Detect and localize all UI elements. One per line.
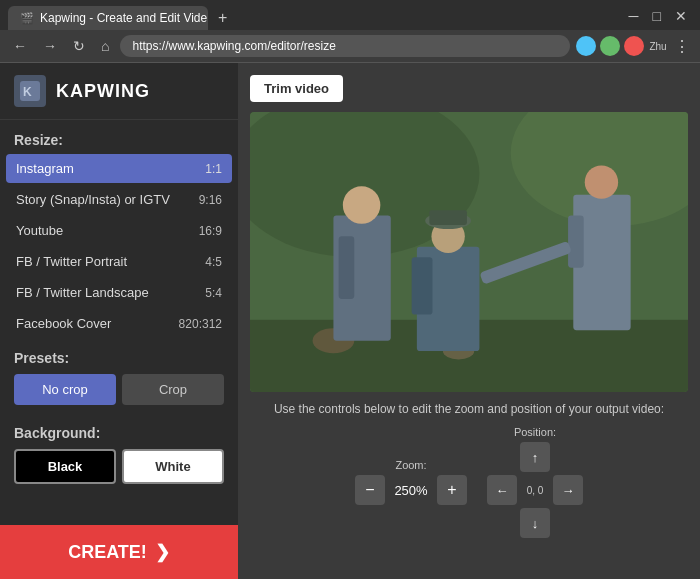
zoom-label: Zoom: bbox=[395, 459, 426, 471]
resize-item-ratio: 16:9 bbox=[199, 224, 222, 238]
resize-item-facebook-cover[interactable]: Facebook Cover 820:312 bbox=[6, 309, 232, 338]
resize-item-label: FB / Twitter Portrait bbox=[16, 254, 127, 269]
position-down-button[interactable]: ↓ bbox=[520, 508, 550, 538]
profile-icon[interactable] bbox=[624, 36, 644, 56]
resize-item-ratio: 9:16 bbox=[199, 193, 222, 207]
position-label: Position: bbox=[514, 426, 556, 438]
video-preview bbox=[250, 112, 688, 392]
zoom-value: 250% bbox=[391, 483, 431, 498]
resize-list: Instagram 1:1 Story (Snap/Insta) or IGTV… bbox=[0, 154, 238, 340]
resize-item-ratio: 820:312 bbox=[179, 317, 222, 331]
resize-item-ratio: 4:5 bbox=[205, 255, 222, 269]
video-scene bbox=[250, 112, 688, 392]
pos-empty-tl bbox=[487, 442, 517, 472]
position-section: Position: ↑ ← 0, 0 → ↓ bbox=[487, 426, 583, 538]
translate-icon[interactable]: Zhu bbox=[648, 36, 668, 56]
zoom-section: Zoom: − 250% + bbox=[355, 459, 467, 505]
tab-bar: 🎬 Kapwing - Create and Edit Vide... ✕ + … bbox=[0, 0, 700, 30]
black-background-button[interactable]: Black bbox=[14, 449, 116, 484]
resize-item-story[interactable]: Story (Snap/Insta) or IGTV 9:16 bbox=[6, 185, 232, 214]
tab-label: Kapwing - Create and Edit Vide... bbox=[40, 11, 208, 25]
resize-item-ratio: 1:1 bbox=[205, 162, 222, 176]
app-container: K KAPWING Resize: Instagram 1:1 Story (S… bbox=[0, 63, 700, 579]
resize-item-instagram[interactable]: Instagram 1:1 bbox=[6, 154, 232, 183]
presets-label: Presets: bbox=[14, 350, 224, 366]
resize-item-fb-portrait[interactable]: FB / Twitter Portrait 4:5 bbox=[6, 247, 232, 276]
new-tab-button[interactable]: + bbox=[212, 7, 233, 29]
address-bar[interactable] bbox=[120, 35, 570, 57]
position-left-button[interactable]: ← bbox=[487, 475, 517, 505]
svg-rect-15 bbox=[429, 210, 467, 225]
resize-item-label: Instagram bbox=[16, 161, 74, 176]
position-up-button[interactable]: ↑ bbox=[520, 442, 550, 472]
resize-label: Resize: bbox=[0, 120, 238, 154]
forward-button[interactable]: → bbox=[38, 36, 62, 56]
back-button[interactable]: ← bbox=[8, 36, 32, 56]
download-icon[interactable] bbox=[600, 36, 620, 56]
active-tab[interactable]: 🎬 Kapwing - Create and Edit Vide... ✕ bbox=[8, 6, 208, 30]
zoom-minus-button[interactable]: − bbox=[355, 475, 385, 505]
pos-empty-tr bbox=[553, 442, 583, 472]
background-label: Background: bbox=[14, 425, 224, 441]
main-content: Trim video bbox=[238, 63, 700, 579]
svg-point-9 bbox=[343, 186, 381, 224]
svg-rect-10 bbox=[339, 236, 355, 299]
position-right-button[interactable]: → bbox=[553, 475, 583, 505]
nav-bar: ← → ↻ ⌂ Zhu ⋮ bbox=[0, 30, 700, 62]
background-section: Background: Black White bbox=[0, 415, 238, 494]
white-background-button[interactable]: White bbox=[122, 449, 224, 484]
sidebar: K KAPWING Resize: Instagram 1:1 Story (S… bbox=[0, 63, 238, 579]
resize-item-fb-landscape[interactable]: FB / Twitter Landscape 5:4 bbox=[6, 278, 232, 307]
maximize-button[interactable]: □ bbox=[648, 6, 666, 26]
minimize-button[interactable]: ─ bbox=[624, 6, 644, 26]
browser-chrome: 🎬 Kapwing - Create and Edit Vide... ✕ + … bbox=[0, 0, 700, 63]
create-label: CREATE! bbox=[68, 542, 147, 563]
nav-icons: Zhu ⋮ bbox=[576, 36, 692, 56]
svg-rect-18 bbox=[568, 216, 584, 268]
presets-buttons: No crop Crop bbox=[14, 374, 224, 405]
svg-text:K: K bbox=[23, 85, 32, 99]
reload-button[interactable]: ↻ bbox=[68, 36, 90, 56]
menu-icon[interactable]: ⋮ bbox=[672, 36, 692, 56]
pos-empty-bl bbox=[487, 508, 517, 538]
zoom-controls: − 250% + bbox=[355, 475, 467, 505]
extensions-icon[interactable] bbox=[576, 36, 596, 56]
logo-icon: K bbox=[14, 75, 46, 107]
create-button[interactable]: CREATE! ❯ bbox=[0, 525, 238, 579]
resize-item-ratio: 5:4 bbox=[205, 286, 222, 300]
home-button[interactable]: ⌂ bbox=[96, 36, 114, 56]
zoom-plus-button[interactable]: + bbox=[437, 475, 467, 505]
logo-text: KAPWING bbox=[56, 81, 150, 102]
resize-item-label: FB / Twitter Landscape bbox=[16, 285, 149, 300]
resize-item-label: Facebook Cover bbox=[16, 316, 111, 331]
background-buttons: Black White bbox=[14, 449, 224, 484]
logo-area: K KAPWING bbox=[0, 63, 238, 120]
close-window-button[interactable]: ✕ bbox=[670, 6, 692, 26]
trim-video-button[interactable]: Trim video bbox=[250, 75, 343, 102]
presets-section: Presets: No crop Crop bbox=[0, 340, 238, 415]
resize-item-label: Youtube bbox=[16, 223, 63, 238]
resize-item-youtube[interactable]: Youtube 16:9 bbox=[6, 216, 232, 245]
svg-point-17 bbox=[585, 165, 618, 198]
svg-rect-13 bbox=[412, 257, 433, 314]
no-crop-button[interactable]: No crop bbox=[14, 374, 116, 405]
position-grid: ↑ ← 0, 0 → ↓ bbox=[487, 442, 583, 538]
resize-item-label: Story (Snap/Insta) or IGTV bbox=[16, 192, 170, 207]
position-value: 0, 0 bbox=[520, 475, 550, 505]
video-controls: Zoom: − 250% + Position: ↑ ← 0, 0 → bbox=[250, 426, 688, 538]
create-chevron-icon: ❯ bbox=[155, 541, 170, 563]
crop-button[interactable]: Crop bbox=[122, 374, 224, 405]
pos-empty-br bbox=[553, 508, 583, 538]
controls-hint: Use the controls below to edit the zoom … bbox=[250, 402, 688, 416]
